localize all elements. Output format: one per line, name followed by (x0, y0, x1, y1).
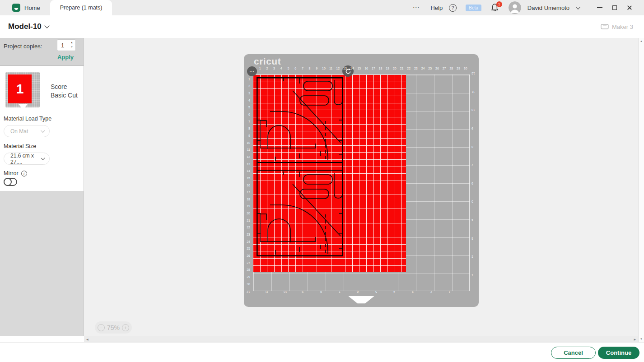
horizontal-scrollbar[interactable]: ◀ ▶ (84, 336, 638, 342)
ruler-tick: 6 (357, 290, 359, 293)
ruler-tick: 26 (435, 67, 439, 70)
vertical-scrollbar[interactable]: ▲ ▼ (638, 38, 644, 342)
ruler-tick: 24 (247, 240, 250, 244)
zoom-in-button[interactable]: + (122, 324, 129, 331)
copies-increment-icon[interactable]: ▲ (70, 41, 73, 44)
avatar[interactable] (509, 1, 521, 14)
ruler-tick: 30 (464, 67, 467, 70)
home-tab-label: Home (24, 5, 40, 11)
ruler-tick: 16 (247, 184, 250, 187)
ruler-tick: 5 (287, 67, 289, 70)
help-question-icon[interactable]: ? (449, 4, 457, 12)
sidebar-filler (0, 191, 84, 336)
zoom-control: − 75% + (95, 321, 132, 334)
ruler-tick: 24 (421, 67, 425, 70)
scroll-down-icon[interactable]: ▼ (640, 338, 643, 340)
ruler-tick: 4 (471, 218, 473, 222)
scroll-right-icon[interactable]: ▶ (634, 338, 636, 341)
ruler-tick: 5 (248, 106, 250, 109)
ruler-tick: 10 (247, 141, 250, 145)
sidebar: Project copies: ▲ ▼ Apply 1 Score Basic … (0, 38, 84, 336)
ruler-tick: 20 (247, 212, 250, 215)
minimize-button[interactable] (597, 7, 602, 8)
line-type-basic-cut: Basic Cut (51, 92, 78, 99)
notification-count-badge: 1 (496, 1, 502, 7)
maximize-icon (612, 5, 617, 10)
ruler-tick: 10 (322, 67, 326, 70)
chevron-down-icon (41, 128, 45, 133)
material-size-value: 21.6 cm x 27.... (10, 153, 41, 165)
notifications-button[interactable]: 1 (490, 3, 500, 13)
ruler-tick: 2 (266, 67, 268, 70)
copies-decrement-icon[interactable]: ▼ (70, 46, 73, 48)
ruler-tick: 5 (471, 200, 473, 203)
ruler-tick: 3 (248, 92, 250, 95)
ruler-tick: 18 (247, 198, 250, 201)
ruler-tick: 11 (329, 67, 332, 70)
scroll-left-icon[interactable]: ◀ (86, 338, 89, 341)
info-icon[interactable]: i (21, 171, 27, 176)
ruler-tick: 2 (248, 84, 250, 88)
home-tab[interactable]: Home (0, 0, 40, 15)
ruler-tick: 8 (320, 290, 322, 293)
ruler-tick: 1 (248, 78, 250, 81)
help-link[interactable]: Help (430, 5, 443, 11)
machine-status: Maker 3 (601, 23, 644, 30)
beta-badge: Beta (466, 5, 481, 11)
apply-button[interactable]: Apply (0, 54, 74, 60)
ruler-tick: 11 (247, 148, 250, 152)
cut-design[interactable] (257, 77, 343, 256)
material-load-label: Material Load Type (4, 116, 51, 122)
ruler-tick: 5 (375, 290, 377, 293)
ruler-tick: 27 (443, 67, 446, 70)
material-size-dropdown[interactable]: 21.6 cm x 27.... (4, 153, 50, 165)
mat-thumbnail[interactable]: 1 (5, 72, 40, 107)
cancel-button[interactable]: Cancel (551, 347, 596, 359)
close-button[interactable] (627, 5, 632, 10)
ruler-right: 123456789101112 (471, 74, 476, 291)
ruler-tick: 21 (247, 219, 250, 223)
scroll-up-icon[interactable]: ▲ (640, 40, 643, 42)
ruler-tick: 19 (386, 67, 389, 70)
material-load-dropdown[interactable]: On Mat (4, 125, 50, 137)
mirror-toggle[interactable] (4, 178, 17, 186)
ruler-tick: 9 (316, 67, 317, 70)
ruler-tick: 14 (350, 67, 354, 70)
ruler-tick: 15 (247, 176, 250, 180)
ruler-tick: 2 (430, 290, 432, 293)
person-icon (509, 1, 521, 14)
cricut-home-icon (12, 4, 20, 12)
ruler-tick: 16 (364, 67, 368, 70)
tab-prepare[interactable]: Prepare (1 mats) (50, 0, 112, 15)
ruler-tick: 21 (400, 67, 404, 70)
ruler-tick: 28 (449, 67, 453, 70)
zoom-out-button[interactable]: − (98, 324, 105, 331)
ruler-tick: 7 (248, 120, 250, 124)
ruler-tick: 4 (248, 99, 250, 102)
user-name[interactable]: David Umemoto (527, 5, 569, 11)
ruler-bottom: 123456789101112 (253, 289, 470, 295)
mat-canvas: cricut (84, 38, 638, 336)
ruler-tick: 8 (248, 127, 250, 130)
ruler-tick: 9 (471, 126, 473, 130)
project-title-chevron-icon[interactable] (44, 23, 49, 28)
ruler-tick: 8 (471, 145, 473, 149)
ruler-tick: 6 (471, 181, 473, 185)
continue-button[interactable]: Continue (598, 347, 639, 359)
user-menu-chevron-icon[interactable] (576, 5, 580, 9)
zoom-level: 75% (107, 324, 120, 331)
ruler-tick: 9 (248, 134, 250, 138)
ruler-left: 1234567891011121314151617181920212223242… (244, 74, 252, 290)
ruler-tick: 6 (248, 113, 250, 116)
topbar-right-group: ⋯ Help ? Beta 1 David Umemoto (412, 1, 644, 14)
ruler-tick: 29 (247, 275, 250, 279)
ruler-tick: 12 (247, 155, 250, 159)
ruler-tick: 25 (428, 67, 432, 70)
footer-bar: Cancel Continue (0, 342, 644, 362)
maximize-button[interactable] (612, 5, 617, 10)
minimize-icon (597, 7, 602, 8)
overflow-menu-icon[interactable]: ⋯ (412, 4, 420, 12)
mat-thumbnail-notch (18, 104, 28, 107)
ruler-tick: 7 (339, 290, 341, 293)
ruler-tick: 25 (247, 247, 250, 251)
